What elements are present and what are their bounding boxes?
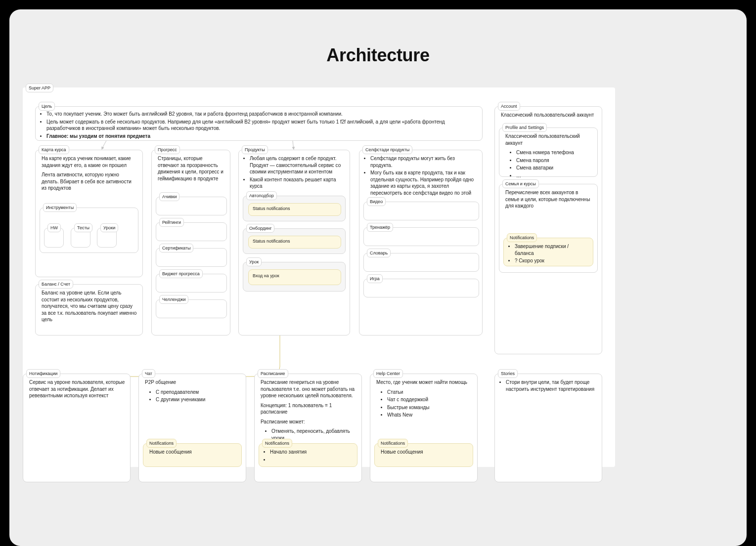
chat-notif: Notifications Новые сообщения	[143, 443, 242, 467]
account-box: Account Классический пользовательский ак…	[494, 106, 602, 354]
schedule-p1: Расписание генериться на уровне пользова…	[261, 379, 356, 399]
lessons-box: Уроки	[97, 228, 117, 248]
help-item: Статьи	[387, 389, 472, 396]
tests-tag: Тесты	[74, 223, 92, 232]
autoselect-tag: Автоподбор	[246, 191, 277, 200]
help-tag: Help Center	[373, 369, 403, 378]
page-title: Architecture	[9, 45, 747, 66]
ratings-box: Рейтинги	[156, 222, 227, 241]
autoselect-status: Status notifications	[248, 203, 341, 216]
help-item: Быстрые команды	[387, 404, 472, 411]
family-text: Перечисление всех аккаунтов в семье и це…	[505, 189, 592, 210]
products-box: Продукты Любая цель содержит в себе прод…	[238, 150, 350, 336]
chat-notif-tag: Notifications	[146, 439, 177, 448]
schedule-p3: Расписание может:	[261, 419, 356, 425]
super-app-tag: Super APP	[26, 84, 53, 92]
profile-item: Смена номера телефона	[516, 149, 592, 156]
profile-item: …	[516, 172, 592, 179]
selfstudy-item: Могу быть как в карте продукта, так и ка…	[370, 169, 477, 203]
balance-text: Баланс на уровне цели. Если цель состоит…	[42, 290, 137, 323]
game-tag: Игра	[367, 274, 383, 283]
certs-tag: Сертификаты	[159, 244, 193, 252]
course-map-p2: Лента активности, которую нужно делать. …	[42, 171, 137, 192]
tools-box: Инструменты HW Тесты Уроки	[40, 208, 138, 253]
help-text: Место, где ученик может найти помощь	[376, 379, 472, 386]
profile-tag: Profile and Settings	[502, 123, 547, 132]
family-tag: Семья и курсы	[502, 179, 539, 188]
schedule-tag: Расписание	[258, 369, 288, 378]
balance-tag: Баланс / Счет	[39, 280, 73, 289]
tests-box: Тесты	[71, 228, 90, 248]
certs-box: Сертификаты	[156, 248, 227, 267]
hw-box: HW	[44, 228, 64, 248]
family-notif-item: Завершение подписки / баланса	[515, 243, 588, 256]
challenges-box: Челленджи	[156, 299, 227, 318]
help-item: Чат с поддержкой	[387, 396, 472, 403]
video-box: Видео	[363, 202, 479, 220]
lesson-tag: Урок	[246, 257, 262, 266]
hw-tag: HW	[47, 223, 61, 232]
selfstudy-box: Селфстади продукты Селфстади продукты мо…	[359, 150, 483, 336]
chat-item: С другими учениками	[156, 396, 241, 403]
trainer-tag: Тренажёр	[367, 223, 393, 232]
chat-box: Чат P2P общение С преподавателем С други…	[138, 374, 246, 482]
onboarding-box: Онбординг Status notifications	[243, 228, 346, 254]
goal-item: То, что покупает ученик. Это может быть …	[46, 111, 477, 118]
account-tag: Account	[498, 102, 520, 111]
game-box: Игра	[363, 279, 479, 297]
account-text: Классический пользовательский аккаунт	[501, 112, 597, 119]
dict-tag: Словарь	[367, 249, 391, 257]
goal-box: Цель То, что покупает ученик. Это может …	[35, 106, 483, 141]
trainer-box: Тренажёр	[363, 227, 479, 246]
notif-text: Сервис на увроне пользователя, которые о…	[29, 379, 125, 399]
course-map-p1: На карте курса ученик понимает, какие за…	[42, 155, 137, 168]
canvas: Architecture Super APP Цель То, что поку…	[9, 9, 747, 546]
family-notif-box: Notifications Завершение подписки / бала…	[503, 238, 593, 266]
family-notif-tag: Notifications	[507, 233, 537, 242]
stories-item: Стори внутри цели, так будет проще настр…	[506, 379, 597, 392]
schedule-box: Расписание Расписание генериться на уров…	[254, 374, 362, 482]
lesson-box: Урок Вход на урок	[243, 262, 346, 292]
schedule-notif-tag: Notifications	[262, 439, 292, 448]
chat-text: P2P общение	[145, 379, 241, 386]
products-tag: Продукты	[242, 145, 268, 154]
help-notif-tag: Notifications	[378, 439, 408, 448]
notif-box: Нотификации Сервис на увроне пользовател…	[23, 374, 131, 482]
widget-box: Виджет прогресса	[156, 274, 227, 293]
tools-tag: Инструменты	[43, 203, 77, 212]
goal-tag: Цель	[39, 102, 55, 111]
lesson-enter: Вход на урок	[248, 269, 341, 285]
selfstudy-tag: Селфстади продукты	[362, 145, 412, 154]
dict-box: Словарь	[363, 253, 479, 272]
video-tag: Видео	[367, 197, 386, 206]
goal-item: Цель может содержать в себе несколько пр…	[46, 119, 477, 132]
help-notif: Notifications Новые сообщения	[374, 443, 473, 467]
products-item: Какой контент показать решает карта курс…	[250, 176, 345, 190]
profile-item: Смена аватарки	[516, 165, 592, 171]
course-map-tag: Карта курса	[39, 145, 69, 154]
progress-text: Страницы, которые отвечают за прозрачнос…	[158, 155, 225, 182]
onboarding-tag: Онбординг	[246, 224, 274, 233]
schedule-notif-text: Начало занятия	[270, 449, 352, 456]
family-box: Семья и курсы Перечисление всех аккаунто…	[499, 184, 598, 273]
balance-box: Баланс / Счет Баланс на уровне цели. Есл…	[35, 284, 143, 336]
progress-box: Прогресс Страницы, которые отвечают за п…	[151, 150, 230, 336]
help-item: Whats New	[387, 412, 472, 419]
lessons-tag: Уроки	[100, 223, 118, 232]
progress-tag: Прогресс	[155, 145, 180, 154]
schedule-notif: Notifications Начало занятия	[259, 443, 357, 467]
profile-text: Классический пользовательский аккаунт	[505, 133, 592, 146]
goal-strong: Главное: мы уходим от понятия предмета	[46, 133, 477, 140]
autoselect-box: Автоподбор Status notifications	[243, 196, 346, 221]
profile-item: Смена пароля	[516, 157, 592, 164]
onboarding-status: Status notifications	[248, 236, 341, 249]
ratings-tag: Рейтинги	[159, 218, 184, 227]
stories-box: Stories Стори внутри цели, так будет про…	[494, 374, 602, 482]
profile-box: Profile and Settings Классический пользо…	[499, 127, 598, 177]
achievements-tag: Ачивки	[159, 192, 179, 201]
family-notif-item: ? Скоро урок	[515, 257, 588, 264]
stories-tag: Stories	[498, 369, 518, 378]
achievements-box: Ачивки	[156, 197, 227, 215]
chat-tag: Чат	[142, 369, 155, 378]
challenges-tag: Челленджи	[159, 295, 188, 304]
